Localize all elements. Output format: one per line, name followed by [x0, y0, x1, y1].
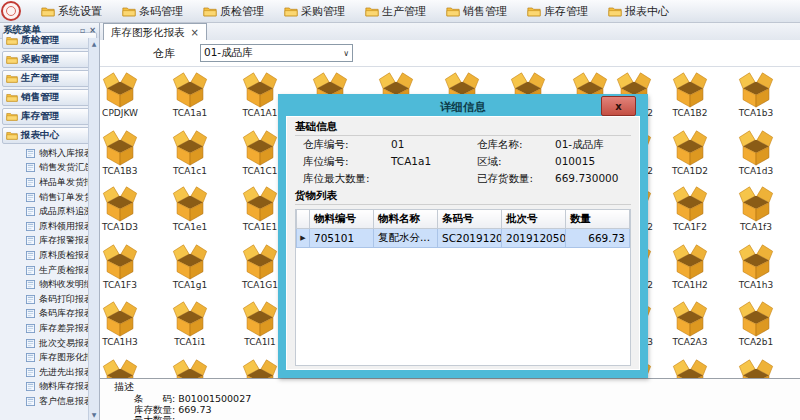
report-item-label: 条码库存报表 — [39, 307, 93, 320]
column-header[interactable]: 条码号 — [438, 210, 502, 229]
bin-label: TCA1b3 — [728, 108, 784, 119]
open-box-icon[interactable] — [167, 71, 213, 108]
bin-box[interactable]: TCA1a1 — [162, 71, 218, 119]
menu-item-1[interactable]: 系统设置 — [41, 4, 102, 19]
close-icon[interactable]: × — [89, 26, 96, 35]
nav-group-2[interactable]: 生产管理∨ — [2, 70, 97, 87]
toolbar: 仓库 01-成品库 ∨ — [100, 40, 800, 66]
menu-item-5[interactable]: 生产管理 — [365, 4, 426, 19]
bin-box[interactable] — [162, 358, 218, 379]
bin-label: TCA1D3 — [100, 222, 148, 233]
bin-box[interactable]: TCA1d3 — [728, 129, 784, 177]
menu-item-7[interactable]: 库存管理 — [527, 4, 588, 19]
table-row[interactable]: ▶705101复配水分...SC2019120...2019120503669.… — [297, 229, 630, 248]
bin-box[interactable]: TCA2A3 — [662, 300, 718, 348]
menu-item-2[interactable]: 条码管理 — [122, 4, 183, 19]
open-box-icon[interactable] — [667, 185, 713, 222]
warehouse-select[interactable]: 01-成品库 ∨ — [200, 44, 353, 62]
report-item-label: 库存差异报表 — [39, 322, 93, 335]
open-box-icon[interactable] — [237, 129, 283, 166]
dialog-title: 详细信息 — [282, 98, 644, 116]
open-box-icon[interactable] — [237, 243, 283, 280]
open-box-icon[interactable] — [733, 358, 779, 379]
open-box-icon[interactable] — [167, 243, 213, 280]
nav-group-3[interactable]: 销售管理∨ — [2, 89, 97, 106]
scroll-down-icon[interactable]: ▼ — [92, 411, 97, 418]
description-lines: 条 码: B01001500027库存数量: 669.73最大数量: — [114, 394, 800, 420]
bin-box[interactable] — [728, 358, 784, 379]
open-box-icon[interactable] — [733, 185, 779, 222]
menu-item-4[interactable]: 采购管理 — [284, 4, 345, 19]
open-box-icon[interactable] — [100, 71, 143, 108]
nav-group-1[interactable]: 采购管理∨ — [2, 51, 97, 68]
bin-box[interactable]: TCA1D3 — [100, 185, 148, 233]
bin-box[interactable]: TCA1f3 — [728, 185, 784, 233]
bin-box[interactable]: TCA1F2 — [662, 185, 718, 233]
tab-inventory-graphic-report[interactable]: 库存图形化报表 × — [103, 23, 207, 41]
open-box-icon[interactable] — [733, 71, 779, 108]
column-header[interactable]: 物料编号 — [310, 210, 374, 229]
bin-box[interactable]: TCA1b3 — [728, 71, 784, 119]
bin-box[interactable]: TCA1g1 — [162, 243, 218, 291]
tab-close-icon[interactable]: × — [191, 27, 199, 38]
bin-box[interactable]: TCA1B3 — [100, 129, 148, 177]
description-line: 最大数量: — [134, 415, 800, 420]
bin-box[interactable]: TCA1c1 — [162, 129, 218, 177]
open-box-icon[interactable] — [237, 300, 283, 337]
bin-box[interactable]: TCA1i1 — [162, 300, 218, 348]
nav-group-5[interactable]: 报表中心∧ — [2, 127, 97, 144]
nav-group-4[interactable]: 库存管理∨ — [2, 108, 97, 125]
bin-box[interactable]: TCA1D2 — [662, 129, 718, 177]
menu-item-3[interactable]: 质检管理 — [203, 4, 264, 19]
bin-box[interactable]: TCA1F3 — [100, 243, 148, 291]
nav-groups: 质检管理∨采购管理∨生产管理∨销售管理∨库存管理∨报表中心∧ — [0, 39, 99, 144]
doc-icon — [26, 309, 35, 318]
open-box-icon[interactable] — [237, 358, 283, 379]
tab-strip: 库存图形化报表 × — [100, 22, 800, 41]
bin-label: TCA1F2 — [662, 222, 718, 233]
open-box-icon[interactable] — [667, 71, 713, 108]
bin-box[interactable] — [100, 358, 148, 379]
open-box-icon[interactable] — [167, 300, 213, 337]
menu-item-8[interactable]: 报表中心 — [608, 4, 669, 19]
open-box-icon[interactable] — [237, 71, 283, 108]
open-box-icon[interactable] — [667, 129, 713, 166]
open-box-icon[interactable] — [100, 185, 143, 222]
open-box-icon[interactable] — [100, 358, 143, 379]
open-box-icon[interactable] — [100, 300, 143, 337]
open-box-icon[interactable] — [237, 185, 283, 222]
open-box-icon[interactable] — [667, 358, 713, 379]
pin-icon[interactable]: ▫ — [80, 26, 85, 35]
nav-group-label: 销售管理 — [21, 91, 59, 104]
column-header[interactable]: 批次号 — [502, 210, 566, 229]
open-box-icon[interactable] — [667, 300, 713, 337]
open-box-icon[interactable] — [733, 300, 779, 337]
bin-box[interactable]: TCA1H2 — [662, 243, 718, 291]
open-box-icon[interactable] — [733, 243, 779, 280]
bin-box[interactable]: TCA2b1 — [728, 300, 784, 348]
open-box-icon[interactable] — [667, 243, 713, 280]
scroll-up-icon[interactable]: ▲ — [92, 40, 97, 47]
open-box-icon[interactable] — [100, 243, 143, 280]
open-box-icon[interactable] — [100, 129, 143, 166]
bin-box[interactable] — [662, 358, 718, 379]
open-box-icon[interactable] — [167, 185, 213, 222]
open-box-icon[interactable] — [167, 129, 213, 166]
column-header[interactable]: 物料名称 — [374, 210, 438, 229]
bin-box[interactable]: TCA1h3 — [728, 243, 784, 291]
field-value — [391, 172, 477, 186]
folder-icon — [122, 6, 136, 17]
menu-item-6[interactable]: 销售管理 — [446, 4, 507, 19]
table-cell: SC2019120... — [438, 229, 502, 248]
bin-box[interactable]: TCA1e1 — [162, 185, 218, 233]
bin-box[interactable]: TCA1B2 — [662, 71, 718, 119]
sidebar-scrollbar[interactable]: ▲ ▼ — [88, 38, 99, 420]
bin-box[interactable]: CPDJKW — [100, 71, 148, 119]
bin-box[interactable]: TCA1H3 — [100, 300, 148, 348]
bin-label: TCA1c1 — [162, 166, 218, 177]
doc-icon — [26, 368, 35, 377]
open-box-icon[interactable] — [733, 129, 779, 166]
dialog-close-button[interactable]: x — [601, 96, 636, 116]
column-header[interactable]: 数量 — [566, 210, 630, 229]
open-box-icon[interactable] — [167, 358, 213, 379]
